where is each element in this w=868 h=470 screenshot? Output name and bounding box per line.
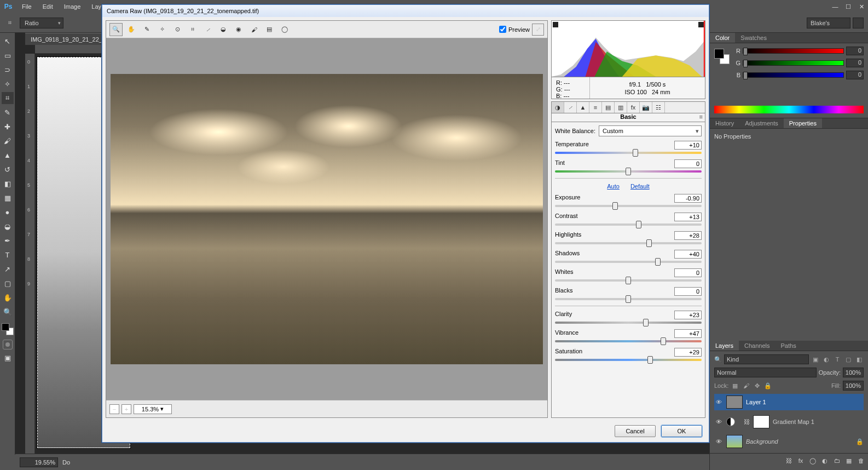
document-tab[interactable]: IMG_0918_19_20_21_22_…	[25, 33, 114, 45]
tab-preset-icon[interactable]: ☷	[652, 102, 665, 113]
b-slider[interactable]	[743, 72, 844, 78]
slider-thumb[interactable]	[612, 202, 618, 210]
slider-track[interactable]	[555, 298, 702, 300]
slider-track[interactable]	[555, 359, 702, 361]
slider-thumb[interactable]	[647, 356, 653, 364]
layer-filter-select[interactable]: Kind	[724, 354, 809, 364]
heal-tool[interactable]: ✚	[2, 121, 14, 133]
slider-thumb[interactable]	[643, 319, 649, 326]
search-icon[interactable]	[853, 18, 864, 28]
lasso-tool[interactable]: ⊃	[2, 64, 14, 76]
g-value[interactable]: 0	[846, 59, 864, 67]
workspace-select[interactable]: Blake's	[807, 18, 850, 28]
blur-tool[interactable]: ●	[2, 206, 14, 218]
slider-track[interactable]	[555, 152, 702, 154]
slider-track[interactable]	[555, 261, 702, 263]
type-tool[interactable]: T	[2, 249, 14, 261]
close-button[interactable]: ✕	[855, 1, 868, 12]
fg-bg-swatch[interactable]	[2, 323, 14, 335]
tab-curve-icon[interactable]: ⟋	[564, 102, 577, 113]
marquee-tool[interactable]: ▭	[2, 49, 14, 61]
tab-color[interactable]: Color	[710, 33, 735, 43]
link-layers-icon[interactable]: ⛓	[784, 456, 794, 466]
tab-channels[interactable]: Channels	[739, 341, 775, 351]
tab-split-icon[interactable]: ▤	[602, 102, 615, 113]
slider-value-input[interactable]	[674, 287, 702, 296]
layer-filter-icon[interactable]: 🔍	[714, 356, 722, 363]
tab-history[interactable]: History	[710, 118, 739, 128]
tab-camera-icon[interactable]: 📷	[640, 102, 652, 113]
slider-value-input[interactable]	[674, 250, 702, 259]
gradient-tool[interactable]: ▦	[2, 192, 14, 204]
g-slider[interactable]	[743, 60, 844, 66]
zoom-level-select[interactable]: 15.3% ▾	[134, 404, 172, 414]
new-layer-icon[interactable]: ▦	[844, 456, 854, 466]
slider-value-input[interactable]	[674, 311, 702, 319]
tab-basic-icon[interactable]: ◑	[552, 102, 564, 113]
visibility-icon[interactable]: 👁	[714, 419, 723, 425]
look-trans-icon[interactable]: ▦	[731, 381, 739, 390]
fill-input[interactable]: 100%	[843, 381, 864, 391]
menu-file[interactable]: File	[16, 0, 37, 13]
layer-name[interactable]: Background	[746, 438, 853, 445]
tab-paths[interactable]: Paths	[776, 341, 802, 351]
opacity-input[interactable]: 100%	[843, 368, 864, 377]
tab-lens-icon[interactable]: ▥	[615, 102, 627, 113]
slider-thumb[interactable]	[626, 168, 631, 175]
cr-straighten-tool[interactable]: ⟋	[201, 23, 215, 36]
pen-tool[interactable]: ✒	[2, 234, 14, 247]
tab-detail-icon[interactable]: ▲	[577, 102, 589, 113]
crop-tool[interactable]: ⌗	[2, 92, 14, 104]
lock-all-icon[interactable]: 🔒	[763, 381, 772, 390]
zoom-in-button[interactable]: +	[121, 404, 131, 414]
tab-hsl-icon[interactable]: ≡	[589, 102, 602, 113]
wand-tool[interactable]: ✧	[2, 78, 14, 90]
zoom-field[interactable]: 19.55%	[20, 457, 58, 467]
layer-name[interactable]: Gradient Map 1	[773, 419, 864, 425]
history-brush-tool[interactable]: ↺	[2, 163, 14, 175]
stamp-tool[interactable]: ▲	[2, 149, 14, 161]
slider-track[interactable]	[555, 223, 702, 226]
delete-layer-icon[interactable]: 🗑	[856, 456, 866, 466]
b-value[interactable]: 0	[846, 71, 864, 79]
slider-thumb[interactable]	[655, 258, 661, 266]
group-icon[interactable]: 🗀	[832, 456, 842, 466]
crop-ratio-select[interactable]: Ratio	[20, 18, 63, 28]
ok-button[interactable]: OK	[661, 425, 702, 437]
filter-smart-icon[interactable]: ◧	[855, 355, 864, 364]
screen-mode-toggle[interactable]: ▣	[2, 352, 14, 364]
cr-wb-tool[interactable]: ✎	[140, 23, 153, 36]
slider-value-input[interactable]	[674, 213, 702, 221]
camera-raw-preview[interactable]	[111, 74, 543, 364]
slider-thumb[interactable]	[626, 295, 631, 303]
tab-adjustments[interactable]: Adjustments	[739, 118, 784, 128]
r-value[interactable]: 0	[846, 47, 864, 55]
slider-value-input[interactable]	[674, 194, 702, 203]
minimize-button[interactable]: —	[829, 1, 842, 12]
fx-icon[interactable]: fx	[796, 456, 806, 466]
slider-thumb[interactable]	[636, 221, 641, 228]
slider-value-input[interactable]	[674, 268, 702, 277]
cr-target-tool[interactable]: ⊙	[171, 23, 184, 36]
cr-zoom-tool[interactable]: 🔍	[109, 23, 123, 36]
layer-name[interactable]: Layer 1	[746, 399, 864, 405]
menu-edit[interactable]: Edit	[37, 0, 59, 13]
tab-swatches[interactable]: Swatches	[735, 33, 772, 43]
hand-tool[interactable]: ✋	[2, 291, 14, 303]
slider-thumb[interactable]	[633, 149, 638, 157]
cancel-button[interactable]: Cancel	[615, 425, 656, 437]
slider-track[interactable]	[555, 340, 702, 342]
slider-thumb[interactable]	[646, 239, 652, 247]
move-tool[interactable]: ↖	[2, 35, 14, 47]
filter-shape-icon[interactable]: ▢	[844, 355, 853, 364]
auto-link[interactable]: Auto	[607, 183, 620, 190]
cr-brush-tool[interactable]: 🖌	[247, 23, 261, 36]
cr-radial-tool[interactable]: ◯	[278, 23, 291, 36]
link-icon[interactable]: ⛓	[744, 419, 750, 425]
slider-value-input[interactable]	[674, 141, 702, 150]
eyedropper-tool[interactable]: ✎	[2, 106, 14, 118]
layer-row[interactable]: 👁 ⛓ Gradient Map 1	[714, 414, 864, 430]
r-slider[interactable]	[743, 48, 844, 54]
lock-pixels-icon[interactable]: 🖌	[742, 381, 750, 390]
cr-sampler-tool[interactable]: ✧	[155, 23, 169, 36]
